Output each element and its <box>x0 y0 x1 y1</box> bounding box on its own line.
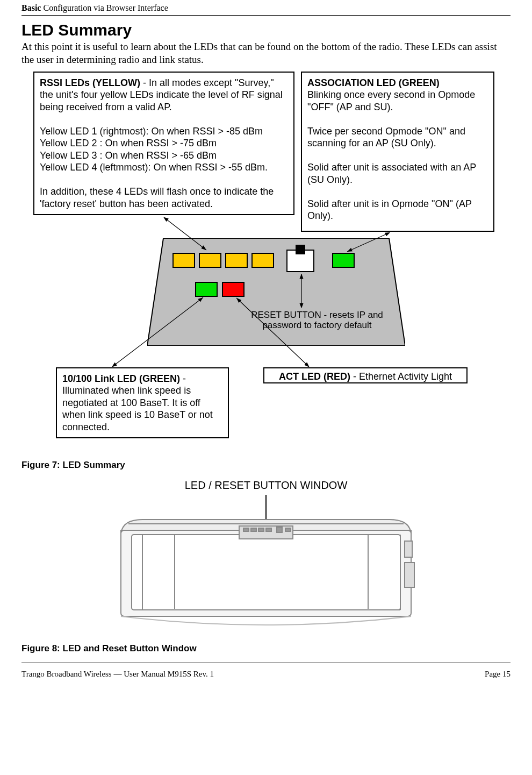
assoc-p3: Solid after unit is associated with an A… <box>307 162 476 185</box>
svg-rect-1 <box>173 253 195 267</box>
assoc-p2: Twice per second Opmode "ON" and scannin… <box>307 126 465 149</box>
footer-left: Trango Broadband Wireless — User Manual … <box>21 670 214 679</box>
rssi-line-3: Yellow LED 3 : On when RSSI > -65 dBm <box>40 150 217 161</box>
svg-rect-8 <box>196 282 217 296</box>
callout-act: ACT LED (RED) - Ethernet Activity Light <box>263 367 468 383</box>
rssi-line-1: Yellow LED 1 (rightmost): On when RSSI >… <box>40 126 263 137</box>
svg-rect-2 <box>199 253 221 267</box>
svg-rect-24 <box>285 528 291 531</box>
svg-rect-6 <box>296 245 305 254</box>
header-rest: Configuration via Browser Interface <box>41 3 168 12</box>
assoc-title: ASSOCIATION LED (GREEN) <box>307 77 440 88</box>
figure-7-area: RSSI LEDs (YELLOW) - In all modes except… <box>21 72 511 459</box>
svg-rect-3 <box>226 253 247 267</box>
svg-rect-19 <box>243 528 249 531</box>
rssi-line-4: Yellow LED 4 (leftmmost): On when RSSI >… <box>40 162 268 173</box>
window-title: LED / RESET BUTTON WINDOW <box>21 479 511 492</box>
svg-rect-30 <box>405 563 414 587</box>
svg-rect-9 <box>222 282 244 296</box>
figure-7-caption: Figure 7: LED Summary <box>21 460 511 471</box>
rssi-title: RSSI LEDs (YELLOW) <box>40 77 140 88</box>
callout-association: ASSOCIATION LED (GREEN) Blinking once ev… <box>301 72 494 232</box>
rssi-tail: In addition, these 4 LEDs will flash onc… <box>40 186 274 209</box>
device-illustration <box>99 493 433 638</box>
svg-rect-23 <box>277 527 282 532</box>
svg-rect-17 <box>132 535 400 610</box>
act-title: ACT LED (RED) <box>279 371 350 382</box>
figure-8-caption: Figure 8: LED and Reset Button Window <box>21 643 511 654</box>
callout-rssi: RSSI LEDs (YELLOW) - In all modes except… <box>33 72 294 216</box>
lead-paragraph: At this point it is useful to learn abou… <box>21 40 511 66</box>
svg-rect-7 <box>333 253 354 267</box>
assoc-p4: Solid after unit is in Opmode "ON" (AP O… <box>307 198 472 222</box>
svg-rect-20 <box>251 528 256 531</box>
act-body: - Ethernet Activity Light <box>350 371 452 382</box>
footer-right: Page 15 <box>485 670 511 679</box>
svg-rect-22 <box>266 528 271 531</box>
svg-rect-21 <box>258 528 264 531</box>
callout-reset: RESET BUTTON - resets IP and password to… <box>245 310 390 331</box>
assoc-p1: Blinking once every second in Opmode "OF… <box>307 89 475 112</box>
header-bold: Basic <box>21 3 41 12</box>
page-title: LED Summary <box>21 21 511 39</box>
link-title: 10/100 Link LED (GREEN) <box>62 373 180 384</box>
svg-rect-4 <box>252 253 274 267</box>
callout-link: 10/100 Link LED (GREEN) - Illuminated wh… <box>56 367 229 439</box>
rssi-line-2: Yellow LED 2 : On when RSSI > -75 dBm <box>40 138 217 148</box>
svg-rect-31 <box>405 541 412 557</box>
